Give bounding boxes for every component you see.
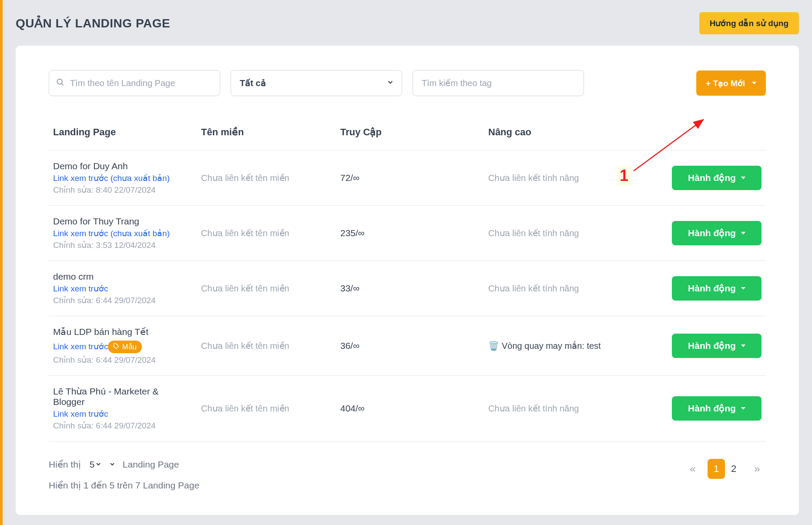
lp-edited: Chỉnh sửa: 6:44 29/07/2024 (53, 295, 192, 305)
lp-advanced: 🗑️Vòng quay may mắn: test (484, 316, 668, 376)
lp-domain: Chưa liên kết tên miền (197, 261, 336, 316)
per-page-control: Hiển thị 5 Landing Page (49, 459, 199, 470)
main-card: Tất cả + Tạo Mới 1 (16, 46, 799, 515)
action-button[interactable]: Hành động (672, 334, 762, 358)
create-button-label: + Tạo Mới (706, 78, 745, 88)
per-page-label: Hiển thị (49, 459, 81, 470)
lp-preview-link[interactable]: Link xem trước (53, 341, 108, 351)
lp-edited: Chỉnh sửa: 6:44 29/07/2024 (53, 421, 192, 431)
lp-domain: Chưa liên kết tên miền (197, 376, 336, 441)
action-button[interactable]: Hành động (672, 396, 762, 421)
lp-name: Mẫu LDP bán hàng Tết (53, 327, 192, 337)
action-button-label: Hành động (688, 403, 736, 414)
table-row: Mẫu LDP bán hàng TếtLink xem trướcMẫuChỉ… (49, 316, 766, 376)
action-button-label: Hành động (688, 228, 736, 238)
lp-traffic: 404/∞ (340, 403, 365, 413)
table-row: Lê Thừa Phú - Marketer & BloggerLink xem… (49, 376, 766, 441)
lp-advanced: Chưa liên kết tính năng (484, 261, 668, 316)
col-actions (668, 127, 766, 150)
lp-edited: Chỉnh sửa: 3:53 12/04/2024 (53, 240, 192, 250)
caret-down-icon (741, 407, 745, 410)
landing-page-table: Landing Page Tên miền Truy Cập Nâng cao … (49, 127, 766, 441)
filters-row: Tất cả + Tạo Mới (49, 70, 766, 96)
lp-name: Lê Thừa Phú - Marketer & Blogger (53, 386, 192, 407)
lp-edited: Chỉnh sửa: 8:40 22/07/2024 (53, 185, 192, 195)
caret-down-icon (741, 232, 745, 234)
col-landing-page: Landing Page (49, 127, 197, 150)
svg-point-0 (57, 79, 62, 84)
pager-prev[interactable]: « (684, 459, 701, 479)
lp-traffic: 235/∞ (340, 228, 365, 238)
caret-down-icon (741, 287, 745, 290)
per-page-select[interactable]: 5 (88, 459, 102, 470)
lp-traffic: 36/∞ (340, 341, 359, 351)
filter-select-wrap: Tất cả (231, 70, 402, 96)
lp-domain: Chưa liên kết tên miền (197, 150, 336, 206)
template-badge-label: Mẫu (122, 342, 137, 351)
template-badge: Mẫu (108, 341, 142, 353)
caret-down-icon (741, 177, 745, 179)
lp-name: Demo for Thuy Trang (53, 216, 192, 227)
create-button[interactable]: + Tạo Mới (696, 70, 766, 96)
lp-advanced: Chưa liên kết tính năng (484, 376, 668, 441)
pager-next[interactable]: » (748, 459, 766, 479)
table-footer: Hiển thị 5 Landing Page Hiển thị 1 đến 5… (49, 459, 766, 491)
lp-traffic: 33/∞ (340, 283, 359, 293)
action-button-label: Hành động (688, 173, 736, 183)
trash-icon: 🗑️ (488, 341, 499, 351)
pager-page[interactable]: 1 (708, 459, 725, 479)
tag-search-input[interactable] (413, 70, 584, 96)
pager: « 12 » (684, 459, 766, 479)
pagination-summary: Hiển thị 1 đến 5 trên 7 Landing Page (49, 480, 199, 491)
lp-edited: Chỉnh sửa: 6:44 29/07/2024 (53, 355, 192, 365)
chevron-down-icon (109, 459, 116, 470)
action-button-label: Hành động (688, 283, 736, 294)
action-button[interactable]: Hành động (672, 166, 762, 190)
table-row: Demo for Thuy TrangLink xem trước (chưa … (49, 206, 766, 261)
lp-advanced: Chưa liên kết tính năng (484, 206, 668, 261)
action-button[interactable]: Hành động (672, 221, 762, 245)
table-row: demo crmLink xem trướcChỉnh sửa: 6:44 29… (49, 261, 766, 316)
lp-preview-link[interactable]: Link xem trước (chưa xuất bản) (53, 228, 170, 238)
lp-preview-link[interactable]: Link xem trước (chưa xuất bản) (53, 173, 170, 183)
tag-icon (113, 343, 119, 351)
filter-select[interactable]: Tất cả (231, 70, 402, 96)
lp-preview-link[interactable]: Link xem trước (53, 284, 108, 294)
caret-down-icon (752, 82, 756, 84)
action-button[interactable]: Hành động (672, 276, 762, 301)
caret-down-icon (741, 344, 745, 347)
action-button-label: Hành động (688, 341, 736, 351)
search-icon (56, 78, 64, 89)
lp-name: demo crm (53, 271, 192, 282)
col-traffic: Truy Cập (336, 127, 484, 150)
lp-domain: Chưa liên kết tên miền (197, 206, 336, 261)
page-title: QUẢN LÝ LANDING PAGE (16, 16, 170, 30)
guide-button[interactable]: Hướng dẫn sử dụng (699, 12, 799, 34)
lp-traffic: 72/∞ (340, 173, 359, 183)
pager-page[interactable]: 2 (725, 459, 742, 479)
svg-line-1 (62, 84, 64, 85)
col-advanced: Nâng cao (484, 127, 668, 150)
search-wrap (49, 70, 220, 96)
search-input[interactable] (49, 70, 220, 96)
lp-name: Demo for Duy Anh (53, 161, 192, 171)
per-page-suffix: Landing Page (123, 459, 179, 470)
col-domain: Tên miền (197, 127, 336, 150)
lp-domain: Chưa liên kết tên miền (197, 316, 336, 376)
lp-preview-link[interactable]: Link xem trước (53, 409, 108, 419)
table-row: Demo for Duy AnhLink xem trước (chưa xuấ… (49, 150, 766, 206)
lp-advanced: Chưa liên kết tính năng (484, 150, 668, 206)
